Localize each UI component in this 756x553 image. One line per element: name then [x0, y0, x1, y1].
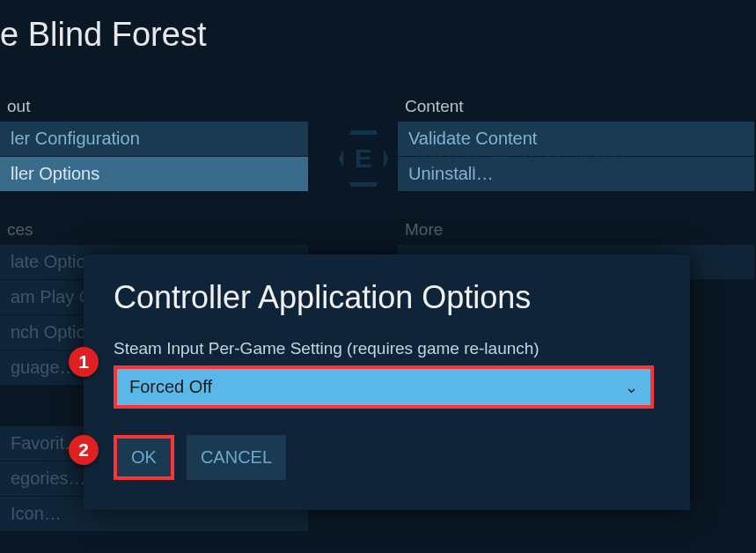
cancel-button[interactable]: CANCEL	[187, 435, 286, 480]
dropdown-highlight-box: Forced Off ⌄	[114, 365, 654, 409]
annotation-badge-2: 2	[69, 435, 99, 465]
list-item-uninstall[interactable]: Uninstall…	[398, 157, 754, 192]
left-section2-header: ces	[0, 215, 308, 245]
list-item-ller-options[interactable]: ller Options	[0, 157, 308, 192]
steam-input-dropdown[interactable]: Forced Off ⌄	[117, 369, 650, 405]
list-item-ler-configuration[interactable]: ler Configuration	[0, 122, 308, 157]
dialog-title: Controller Application Options	[114, 279, 660, 316]
chevron-down-icon: ⌄	[625, 378, 638, 397]
left-section1-header: out	[0, 92, 308, 122]
annotation-badge-1: 1	[69, 347, 99, 377]
list-item-validate-content[interactable]: Validate Content	[398, 122, 754, 157]
more-header: More	[398, 215, 754, 245]
page-title: e Blind Forest	[0, 0, 756, 54]
controller-options-dialog: Controller Application Options Steam Inp…	[84, 254, 690, 510]
steam-input-label: Steam Input Per-Game Setting (requires g…	[114, 339, 660, 358]
ok-highlight-box: OK	[114, 435, 174, 480]
content-header: Content	[398, 92, 754, 122]
dropdown-selected-value: Forced Off	[129, 377, 212, 397]
watermark-hex-icon: E	[339, 130, 388, 187]
ok-button[interactable]: OK	[117, 439, 171, 476]
